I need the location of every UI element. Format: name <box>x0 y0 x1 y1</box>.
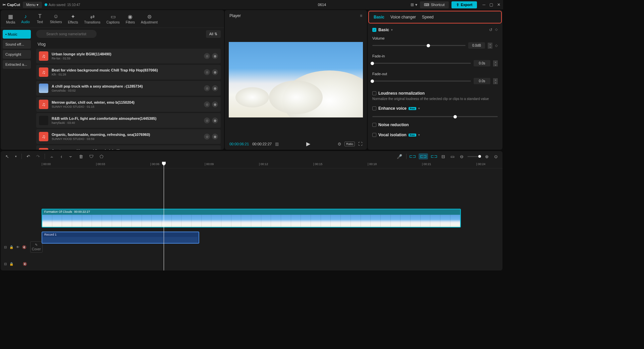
crop-tool[interactable]: ▭ <box>449 153 456 160</box>
video-clip[interactable]: Formation Of Clouds 00:00:22:27 <box>42 209 461 228</box>
volume-up[interactable]: ▴ <box>488 43 492 46</box>
marker-tool[interactable]: 🛡 <box>88 153 95 160</box>
media-tab-filters[interactable]: ◉Filters <box>123 12 138 26</box>
favorite-icon[interactable]: ☆ <box>204 134 210 140</box>
fadein-up[interactable]: ▴ <box>493 60 498 63</box>
favorite-icon[interactable]: ☆ <box>204 69 210 75</box>
fadeout-slider[interactable] <box>372 81 471 82</box>
download-icon[interactable]: ⊕ <box>212 117 218 123</box>
sidebar-item-sound-eff-[interactable]: Sound eff... <box>3 40 31 49</box>
player-viewport[interactable] <box>225 21 367 138</box>
volume-slider[interactable] <box>372 45 466 46</box>
lock-icon[interactable]: 🔒 <box>9 245 13 249</box>
export-button[interactable]: ⇧ Export <box>451 1 477 8</box>
song-list[interactable]: ♫ Urban lounge style BGM(1148490) Re-lax… <box>33 49 224 150</box>
fadein-value[interactable] <box>474 60 490 66</box>
zoom-in[interactable]: ⊕ <box>484 153 490 160</box>
cover-button[interactable]: ✎ Cover <box>30 241 43 253</box>
menu-button[interactable]: Menu ▾ <box>23 2 42 8</box>
mute-icon[interactable]: 🔇 <box>22 245 26 249</box>
select-tool[interactable]: ↖ <box>4 153 10 160</box>
toggle-icon[interactable]: ⊟ <box>4 262 7 266</box>
timeline-ruler[interactable]: | 00:00| 00:03| 00:06| 00:09| 00:12| 00:… <box>42 162 502 168</box>
media-tab-transitions[interactable]: ⇄Transitions <box>82 12 103 26</box>
volume-keyframe[interactable]: ◇ <box>495 44 498 47</box>
ratio-button[interactable]: Ratio <box>344 142 355 146</box>
volume-down[interactable]: ▾ <box>488 46 492 49</box>
sidebar-item-copyright[interactable]: Copyright <box>3 50 31 59</box>
search-input[interactable] <box>36 30 97 38</box>
layout-icon[interactable]: ⊞ ▾ <box>411 2 417 7</box>
split-tool[interactable]: ⫠ <box>48 153 55 160</box>
preview-toggle[interactable]: ⊏⊐ <box>431 154 437 159</box>
audio-clip[interactable]: Record 1 <box>42 232 199 244</box>
shortcut-button[interactable]: ⌨ Shortcut <box>420 1 449 8</box>
song-item[interactable]: ♫ Organic, fashionable, morning, refresh… <box>36 129 221 144</box>
marker2-tool[interactable]: ⬠ <box>98 153 105 160</box>
media-tab-text[interactable]: TText <box>33 12 47 26</box>
play-button[interactable]: ▶ <box>306 141 310 147</box>
enhance-slider[interactable] <box>372 116 498 117</box>
player-menu-icon[interactable]: ≡ <box>360 13 362 18</box>
magnet-toggle[interactable]: ⊏⊐ <box>409 154 416 159</box>
zoom-out[interactable]: ⊖ <box>459 153 465 160</box>
toggle-icon[interactable]: ⊟ <box>4 245 7 249</box>
enhance-checkbox[interactable] <box>372 106 376 110</box>
focus-icon[interactable]: ⊙ <box>338 142 341 146</box>
favorite-icon[interactable]: ☆ <box>204 101 210 107</box>
fadein-down[interactable]: ▾ <box>493 63 498 66</box>
all-filter-button[interactable]: All ⇅ <box>206 30 221 38</box>
compare-icon[interactable]: ▥ <box>275 142 279 146</box>
media-tab-captions[interactable]: ▭Captions <box>104 12 122 26</box>
media-tab-stickers[interactable]: ☺Stickers <box>47 12 65 26</box>
media-tab-adjustment[interactable]: ⊜Adjustment <box>138 12 160 26</box>
favorite-icon[interactable]: ☆ <box>204 53 210 59</box>
props-tab-basic[interactable]: Basic <box>374 15 384 19</box>
eye-icon[interactable]: 👁 <box>16 245 19 249</box>
align-tool[interactable]: ⊟ <box>440 153 446 160</box>
zoom-fit[interactable]: ⊙ <box>493 153 499 160</box>
split-left-tool[interactable]: ⫞ <box>59 153 64 160</box>
delete-tool[interactable]: 🗑 <box>77 153 85 160</box>
keyframe-icon[interactable]: ◇ <box>495 28 498 32</box>
download-icon[interactable]: ⊕ <box>212 85 218 91</box>
zoom-slider[interactable] <box>468 156 481 157</box>
media-tab-media[interactable]: ▦Media <box>3 12 18 26</box>
basic-checkbox[interactable]: ✓ <box>372 28 376 32</box>
maximize-button[interactable]: ▢ <box>489 2 493 7</box>
fullscreen-icon[interactable]: ⛶ <box>358 142 362 146</box>
download-icon[interactable]: ⊕ <box>212 69 218 75</box>
volume-value[interactable] <box>468 42 485 49</box>
favorite-icon[interactable]: ☆ <box>204 85 210 91</box>
download-icon[interactable]: ⊕ <box>212 53 218 59</box>
song-item[interactable]: ♫ Merrow guitar, chill out, winter, emo … <box>36 97 221 112</box>
fadeout-up[interactable]: ▴ <box>493 78 498 81</box>
download-icon[interactable]: ⊕ <box>212 101 218 107</box>
song-item[interactable]: ♫ Urban lounge style BGM(1148490) Re-lax… <box>36 49 221 63</box>
undo-button[interactable]: ↶ <box>25 153 32 160</box>
minimize-button[interactable]: ─ <box>482 2 485 7</box>
mute-icon[interactable]: 🔇 <box>23 262 27 266</box>
select-dropdown[interactable]: ▾ <box>14 153 18 159</box>
media-tab-audio[interactable]: ♪Audio <box>18 12 33 26</box>
fadeout-value[interactable] <box>474 78 490 84</box>
vocal-checkbox[interactable] <box>372 133 376 137</box>
favorite-icon[interactable]: ☆ <box>204 117 210 123</box>
media-tab-effects[interactable]: ✦Effects <box>65 12 80 26</box>
props-tab-voice-changer[interactable]: Voice changer <box>390 15 416 19</box>
noise-checkbox[interactable] <box>372 123 376 127</box>
redo-button[interactable]: ↷ <box>35 153 41 160</box>
sidebar-item-extracted-a-[interactable]: Extracted a... <box>3 60 31 69</box>
song-item[interactable]: A chill pop truck with a sexy atmosphere… <box>36 81 221 96</box>
lock-icon[interactable]: 🔒 <box>9 262 13 266</box>
download-icon[interactable]: ⊕ <box>212 134 218 140</box>
song-item[interactable]: R&B with Lo-Fi, light and comfortable at… <box>36 113 221 128</box>
link-toggle[interactable]: ⊏⊐ <box>419 153 428 159</box>
song-item[interactable]: ♫ Best for video background music Chill … <box>36 65 221 80</box>
close-button[interactable]: ✕ <box>497 2 500 7</box>
fadein-slider[interactable] <box>372 63 471 64</box>
fadeout-down[interactable]: ▾ <box>493 81 498 84</box>
reset-icon[interactable]: ↺ <box>489 28 492 32</box>
mic-icon[interactable]: 🎤 <box>395 153 404 160</box>
sidebar-item-music[interactable]: • Music <box>3 30 31 39</box>
